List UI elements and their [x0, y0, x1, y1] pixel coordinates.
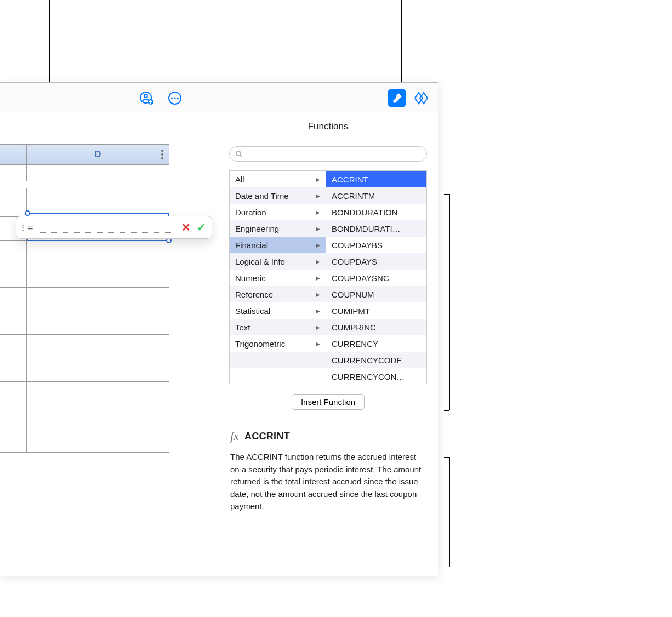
- category-item[interactable]: Financial▶: [230, 237, 326, 253]
- function-item[interactable]: ACCRINT: [326, 171, 426, 187]
- category-label: All: [235, 175, 244, 184]
- cell[interactable]: [27, 188, 169, 217]
- cell[interactable]: [0, 188, 27, 217]
- function-item[interactable]: BONDMDURATI…: [326, 220, 426, 237]
- chevron-right-icon: ▶: [316, 324, 320, 330]
- cell[interactable]: [27, 288, 169, 311]
- function-detail: fx ACCRINT The ACCRINT function returns …: [218, 418, 438, 524]
- column-label: D: [95, 150, 101, 159]
- cell[interactable]: [27, 429, 169, 453]
- category-item[interactable]: Statistical▶: [230, 302, 326, 319]
- function-label: CURRENCYCODE: [332, 356, 402, 365]
- category-label: Text: [235, 323, 250, 332]
- function-browser: All▶Date and Time▶Duration▶Engineering▶F…: [229, 170, 427, 384]
- category-item[interactable]: Logical & Info▶: [230, 253, 326, 270]
- cell[interactable]: [0, 335, 27, 358]
- search-icon: [235, 150, 243, 158]
- search-field[interactable]: [229, 146, 427, 162]
- drag-handle-icon[interactable]: ⋮: [21, 223, 25, 232]
- function-item[interactable]: COUPDAYS: [326, 253, 426, 270]
- category-item[interactable]: Duration▶: [230, 204, 326, 220]
- category-label: Financial: [235, 241, 268, 250]
- function-item[interactable]: COUPDAYBS: [326, 237, 426, 253]
- cancel-icon[interactable]: ✕: [180, 221, 192, 233]
- chevron-right-icon: ▶: [316, 341, 320, 347]
- callout-bracket: [444, 410, 449, 411]
- cell[interactable]: [0, 288, 27, 311]
- category-item[interactable]: Date and Time▶: [230, 187, 326, 204]
- category-label: Logical & Info: [235, 257, 285, 266]
- category-item[interactable]: Reference▶: [230, 286, 326, 302]
- function-item[interactable]: CURRENCYCODE: [326, 352, 426, 368]
- function-item[interactable]: COUPDAYSNC: [326, 270, 426, 286]
- svg-point-5: [174, 97, 175, 99]
- category-label: Date and Time: [235, 191, 289, 201]
- category-item[interactable]: Numeric▶: [230, 270, 326, 286]
- equals-label: =: [27, 222, 33, 233]
- function-item[interactable]: CUMPRINC: [326, 319, 426, 335]
- cell[interactable]: [27, 358, 169, 382]
- cell[interactable]: [0, 241, 27, 264]
- cell[interactable]: [27, 165, 169, 181]
- column-header-d[interactable]: D: [27, 144, 169, 165]
- accept-icon[interactable]: ✓: [195, 221, 207, 233]
- cell[interactable]: [0, 405, 27, 429]
- chevron-right-icon: ▶: [316, 292, 320, 298]
- category-item-empty: [230, 352, 326, 368]
- svg-point-6: [177, 97, 179, 99]
- cell[interactable]: [27, 241, 169, 264]
- function-item[interactable]: CUMIPMT: [326, 302, 426, 319]
- function-list: ACCRINTACCRINTMBONDDURATIONBONDMDURATI…C…: [326, 171, 426, 384]
- function-label: COUPNUM: [332, 290, 374, 299]
- cell[interactable]: [27, 264, 169, 288]
- collaborate-icon[interactable]: [137, 89, 156, 107]
- formula-input[interactable]: [37, 222, 174, 233]
- cell[interactable]: [0, 429, 27, 453]
- function-label: BONDDURATION: [332, 208, 398, 217]
- chevron-right-icon: ▶: [316, 242, 320, 248]
- svg-point-4: [171, 97, 173, 99]
- cell[interactable]: [0, 382, 27, 405]
- cell[interactable]: [27, 311, 169, 335]
- function-label: COUPDAYS: [332, 257, 377, 266]
- column-menu-icon[interactable]: [159, 147, 166, 162]
- category-label: Duration: [235, 208, 266, 217]
- cell[interactable]: [27, 405, 169, 429]
- chevron-right-icon: ▶: [316, 308, 320, 314]
- function-description: The ACCRINT function returns the accrued…: [230, 451, 426, 513]
- search-input[interactable]: [246, 150, 421, 158]
- cell[interactable]: [0, 358, 27, 382]
- functions-panel: Functions All▶Date and Time▶Duration▶Eng…: [218, 113, 438, 576]
- toolbar: [0, 83, 438, 113]
- category-item[interactable]: All▶: [230, 171, 326, 187]
- cell[interactable]: [0, 311, 27, 335]
- cell[interactable]: [0, 165, 27, 181]
- callout-bracket: [449, 512, 458, 512]
- column-header[interactable]: [0, 144, 27, 165]
- cell[interactable]: [27, 335, 169, 358]
- svg-line-8: [240, 155, 242, 157]
- function-item[interactable]: ACCRINTM: [326, 187, 426, 204]
- function-item[interactable]: CURRENCYCON…: [326, 368, 426, 384]
- insert-function-button[interactable]: Insert Function: [292, 394, 365, 410]
- category-label: Reference: [235, 290, 273, 299]
- category-label: Statistical: [235, 306, 270, 316]
- function-label: CUMIPMT: [332, 306, 370, 316]
- fx-icon: fx: [230, 429, 239, 443]
- chevron-right-icon: ▶: [316, 176, 320, 182]
- format-paintbrush-icon[interactable]: [388, 89, 406, 107]
- organize-icon[interactable]: [413, 89, 431, 107]
- category-item[interactable]: Trigonometric▶: [230, 335, 326, 352]
- category-item[interactable]: Engineering▶: [230, 220, 326, 237]
- panel-title: Functions: [218, 113, 438, 139]
- function-item[interactable]: CURRENCY: [326, 335, 426, 352]
- function-item[interactable]: BONDDURATION: [326, 204, 426, 220]
- function-label: COUPDAYBS: [332, 241, 383, 250]
- more-icon[interactable]: [166, 89, 184, 107]
- cell[interactable]: [0, 264, 27, 288]
- cell[interactable]: [27, 382, 169, 405]
- callout-bracket: [444, 457, 449, 458]
- function-item[interactable]: COUPNUM: [326, 286, 426, 302]
- category-item[interactable]: Text▶: [230, 319, 326, 335]
- chevron-right-icon: ▶: [316, 209, 320, 215]
